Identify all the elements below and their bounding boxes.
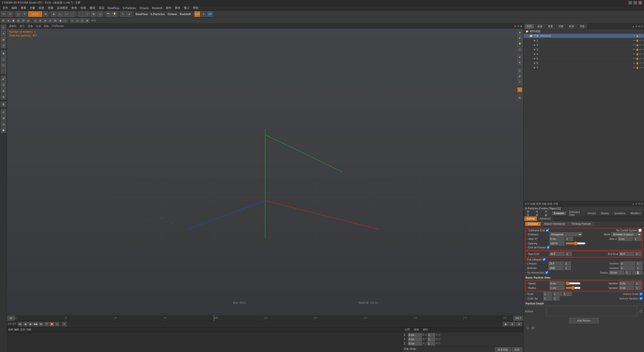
- lt-tool3[interactable]: ⬡: [1, 62, 6, 68]
- lifespan-input[interactable]: [548, 261, 564, 266]
- tb2-snap6[interactable]: ◉: [58, 18, 63, 23]
- menu-animation[interactable]: 动画: [79, 6, 88, 10]
- maximize-button[interactable]: □: [633, 1, 637, 5]
- vp-icon7[interactable]: ◎: [517, 68, 522, 73]
- lt-rotate[interactable]: ↺: [1, 43, 6, 48]
- record-btn[interactable]: ⏺: [50, 322, 54, 326]
- actions-area[interactable]: [546, 306, 637, 316]
- pos-ry-input[interactable]: [428, 337, 435, 341]
- fps-btn[interactable]: F: [62, 322, 67, 326]
- scene-item-5[interactable]: ◈ 5 👁 🔒 ⚙ ✕: [524, 56, 644, 61]
- minimize-button[interactable]: ─: [628, 1, 632, 5]
- radius-input[interactable]: [609, 271, 624, 275]
- apply-button[interactable]: 应用: [512, 347, 522, 352]
- tb2-eff3[interactable]: ◫: [80, 18, 85, 23]
- speed-slider[interactable]: [566, 282, 581, 285]
- object-tool[interactable]: ◈: [51, 11, 57, 17]
- scene-tab-create[interactable]: 创建: [535, 24, 545, 29]
- menu-xparticles[interactable]: X-Particles: [121, 6, 138, 10]
- tab-emission[interactable]: Emission: [552, 211, 567, 215]
- current-frame-display[interactable]: 40: [7, 316, 15, 321]
- menu-render[interactable]: 渲染: [97, 6, 106, 10]
- scene-item-4[interactable]: ◈ 4 👁 🔒 ⚙ ✕: [524, 52, 644, 56]
- tab-display[interactable]: Display: [599, 211, 612, 215]
- em-tab-motion[interactable]: Motion Inheritance: [542, 222, 568, 226]
- menu-edit[interactable]: 编辑: [10, 6, 19, 10]
- vp-icon9[interactable]: ⊿: [517, 79, 522, 84]
- mode-select[interactable]: Simulate (Legacy) Simulate: [611, 232, 641, 236]
- lt-wrap[interactable]: ⊿: [1, 121, 6, 127]
- next-frame-btn[interactable]: ▶▶: [34, 322, 38, 326]
- tb2-btn4[interactable]: ⊞: [16, 18, 21, 23]
- tab-groups[interactable]: Groups: [585, 211, 598, 215]
- jz-slider[interactable]: [634, 237, 641, 241]
- tb2-snap3[interactable]: ⊕: [43, 18, 48, 23]
- anim-tab-func[interactable]: 功能: [26, 328, 31, 331]
- vp-prorender[interactable]: ProRender: [51, 25, 65, 27]
- rotate-button[interactable]: ⊕: [43, 11, 48, 17]
- no-int-check[interactable]: [545, 271, 548, 274]
- end-frame-display[interactable]: 300 F: [513, 316, 523, 321]
- next-icon[interactable]: ⊕: [531, 325, 535, 330]
- anim-tab-edit[interactable]: 编辑: [14, 328, 19, 331]
- scale-x-input[interactable]: [543, 292, 552, 296]
- tab-extended[interactable]: Extended Data: [567, 210, 585, 217]
- loop-btn[interactable]: ↺: [44, 322, 49, 326]
- pos-rz-input[interactable]: [427, 342, 435, 345]
- vp-icon5[interactable]: ⊕: [517, 55, 522, 60]
- zero-button[interactable]: 0: [201, 11, 206, 17]
- start-emit-step[interactable]: [566, 252, 572, 256]
- vp-icon3[interactable]: ▣: [517, 41, 522, 46]
- point-tool[interactable]: ·: [70, 11, 75, 17]
- scale-y-input[interactable]: [553, 292, 562, 296]
- lt-grid[interactable]: ▣: [1, 127, 6, 133]
- menu-bone[interactable]: 骨骼: [46, 6, 55, 10]
- vp-icon6[interactable]: ⊗: [517, 60, 522, 65]
- speed-input[interactable]: [549, 281, 565, 285]
- tb2-btn6[interactable]: ◎: [26, 18, 31, 23]
- tb2-snap1[interactable]: ⊙: [33, 18, 37, 23]
- undo-button[interactable]: ↩: [1, 11, 7, 17]
- play-start-btn[interactable]: ⏮: [18, 322, 22, 326]
- lt-tool2[interactable]: △: [1, 56, 6, 62]
- edge-tool[interactable]: ⬡: [64, 11, 69, 17]
- prev-icon[interactable]: ⊙: [526, 325, 529, 330]
- scale-z-input[interactable]: [563, 292, 572, 296]
- jz-input[interactable]: [618, 237, 633, 241]
- anim-tab-motion[interactable]: 运动: [20, 328, 25, 331]
- tb2-snap2[interactable]: ⊗: [38, 18, 43, 23]
- end-emit-input[interactable]: [619, 252, 634, 256]
- full-lifespan-check[interactable]: [543, 258, 546, 261]
- light-button[interactable]: 💡: [112, 11, 117, 17]
- add-action-button[interactable]: Add Action: [569, 318, 599, 323]
- key-btn2[interactable]: ⊕: [509, 322, 515, 326]
- menu-object[interactable]: 对象: [28, 6, 37, 10]
- scale-var-step[interactable]: [553, 296, 559, 300]
- menu-character[interactable]: 角色: [70, 6, 78, 10]
- lt-tool1[interactable]: ◈: [1, 50, 6, 56]
- move-button[interactable]: ✦: [22, 11, 27, 17]
- lt-scale[interactable]: ⊞: [1, 37, 6, 42]
- jxy-slider[interactable]: [566, 237, 573, 241]
- scene-item-7[interactable]: ◈ 7 👁 🔒 ⚙ ✕: [524, 65, 644, 70]
- lt-soft[interactable]: ⊞: [1, 115, 6, 121]
- lt-s[interactable]: S: [1, 102, 6, 107]
- play-end-btn[interactable]: ⏭: [39, 322, 44, 326]
- lt-loop[interactable]: ⊕: [1, 94, 6, 100]
- close-button[interactable]: ✕: [638, 1, 642, 5]
- scene-tab-tag[interactable]: 标签: [567, 24, 576, 29]
- subtab-advanced[interactable]: Advanced: [537, 216, 553, 221]
- no-control-check[interactable]: [638, 229, 641, 232]
- tb2-snap4[interactable]: ⊘: [48, 18, 53, 23]
- scene-tab-bookmark[interactable]: 书签: [577, 24, 587, 29]
- key-btn[interactable]: ◉: [503, 322, 509, 326]
- spacing-input[interactable]: [549, 241, 565, 245]
- nurbs-button[interactable]: ⊿: [126, 11, 132, 17]
- menu-simulate[interactable]: 模拟: [88, 6, 97, 10]
- axis-button[interactable]: X Y Z: [28, 11, 42, 17]
- vp-display[interactable]: 显示: [19, 24, 26, 28]
- lt-knife[interactable]: ⊗: [1, 88, 6, 94]
- vp-panel[interactable]: 面板: [43, 24, 50, 28]
- var-input[interactable]: [620, 261, 635, 266]
- select-button[interactable]: ◻: [16, 11, 21, 17]
